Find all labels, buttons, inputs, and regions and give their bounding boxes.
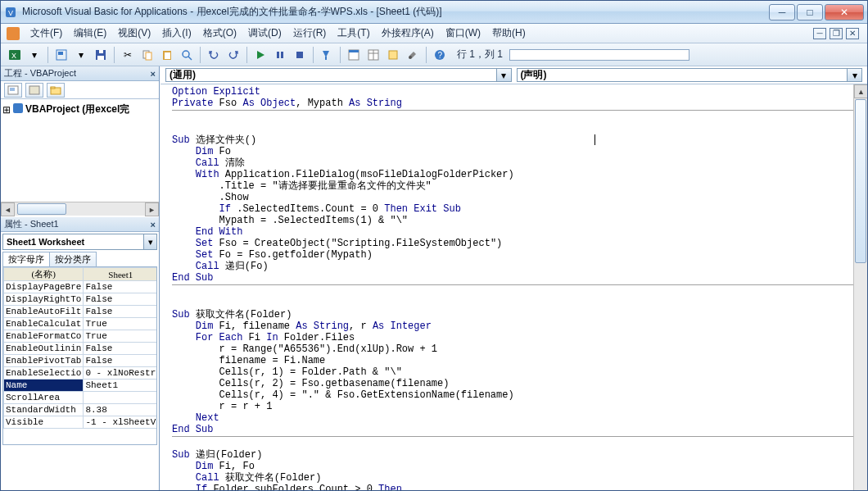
insert-module-icon[interactable] — [52, 46, 70, 64]
property-row[interactable]: EnableAutoFiltFalse — [4, 306, 158, 318]
cursor-position-label: 行 1，列 1 — [457, 48, 503, 61]
cut-icon[interactable]: ✂ — [119, 46, 137, 64]
tab-categorized[interactable]: 按分类序 — [49, 252, 97, 266]
toggle-folders-button[interactable] — [47, 83, 65, 98]
menu-insert[interactable]: 插入(I) — [157, 25, 196, 42]
menu-addins[interactable]: 外接程序(A) — [377, 25, 439, 42]
property-row[interactable]: ScrollArea — [4, 392, 158, 404]
procedure-combo[interactable]: (声明) ▾ — [517, 68, 863, 82]
properties-pane-close-button[interactable]: × — [151, 220, 156, 230]
menu-help[interactable]: 帮助(H) — [487, 25, 531, 42]
svg-line-15 — [188, 57, 192, 60]
property-grid[interactable]: (名称)Sheet1DisplayPageBreFalseDisplayRigh… — [2, 266, 157, 445]
break-icon[interactable] — [271, 46, 289, 64]
menu-format[interactable]: 格式(O) — [198, 25, 242, 42]
project-hscrollbar[interactable]: ◄ ► — [1, 202, 159, 216]
scroll-up-button[interactable]: ▲ — [854, 84, 868, 98]
svg-rect-9 — [99, 50, 103, 53]
help-icon[interactable]: ? — [431, 46, 449, 64]
property-row[interactable]: EnableCalculatTrue — [4, 318, 158, 330]
svg-rect-34 — [29, 86, 39, 94]
property-row[interactable]: EnableOutlininFalse — [4, 343, 158, 355]
menu-tools[interactable]: 工具(T) — [332, 25, 374, 42]
svg-rect-23 — [349, 50, 359, 52]
dropdown2-icon[interactable]: ▾ — [72, 46, 90, 64]
object-selector[interactable]: Sheet1 Worksheet ▾ — [2, 234, 157, 250]
property-row[interactable]: StandardWidth8.38 — [4, 404, 158, 416]
svg-rect-8 — [97, 56, 104, 60]
combo-arrow-icon[interactable]: ▾ — [847, 69, 861, 81]
property-row[interactable]: DisplayPageBreFalse — [4, 281, 158, 293]
menu-run[interactable]: 运行(R) — [288, 25, 332, 42]
vba-project-icon — [12, 102, 24, 116]
project-explorer-icon[interactable] — [345, 46, 363, 64]
view-object-button[interactable] — [25, 83, 43, 98]
object-browser-icon[interactable] — [384, 46, 402, 64]
menu-view[interactable]: 视图(V) — [113, 25, 156, 42]
property-row[interactable]: EnableFormatCoTrue — [4, 330, 158, 343]
object-combo[interactable]: (通用) ▾ — [165, 68, 512, 82]
undo-icon[interactable] — [205, 46, 223, 64]
svg-rect-2 — [7, 27, 20, 40]
minimize-button[interactable]: ─ — [769, 4, 795, 20]
project-pane-label: 工程 - VBAProject — [4, 67, 76, 80]
vba-icon — [6, 26, 20, 41]
design-mode-icon[interactable] — [318, 46, 336, 64]
maximize-button[interactable]: □ — [797, 4, 823, 20]
project-pane-close-button[interactable]: × — [151, 69, 156, 79]
reset-icon[interactable] — [291, 46, 309, 64]
menu-debug[interactable]: 调试(D) — [243, 25, 287, 42]
svg-point-14 — [183, 51, 189, 57]
find-icon[interactable] — [178, 46, 196, 64]
save-icon[interactable] — [92, 46, 110, 64]
svg-rect-11 — [146, 52, 151, 60]
object-selector-label: Sheet1 Worksheet — [7, 237, 84, 247]
project-root-label[interactable]: VBAProject (用excel完 — [25, 102, 129, 116]
svg-rect-27 — [389, 51, 397, 59]
mdi-close-button[interactable]: ✕ — [846, 28, 859, 39]
window-title: Microsoft Visual Basic for Applications … — [22, 5, 442, 19]
svg-text:?: ? — [438, 51, 443, 60]
copy-icon[interactable] — [138, 46, 156, 64]
tab-alphabetic[interactable]: 按字母序 — [2, 252, 50, 266]
paste-icon[interactable] — [158, 46, 176, 64]
property-row[interactable]: Visible-1 - xlSheetV — [4, 416, 158, 429]
tree-expand-icon[interactable]: ⊞ — [2, 104, 11, 116]
redo-icon[interactable] — [224, 46, 242, 64]
svg-rect-13 — [165, 52, 170, 59]
run-icon[interactable] — [251, 46, 269, 64]
object-combo-label: (通用) — [170, 68, 196, 82]
svg-rect-21 — [325, 57, 327, 60]
dropdown-arrow-icon[interactable]: ▾ — [143, 234, 156, 249]
property-row[interactable]: EnableSelectio0 - xlNoRestr — [4, 367, 158, 380]
dropdown-icon[interactable]: ▾ — [25, 46, 43, 64]
scroll-thumb[interactable] — [17, 203, 66, 215]
menu-window[interactable]: 窗口(W) — [441, 25, 486, 42]
app-icon: V — [4, 6, 17, 19]
project-tree[interactable]: ⊞ VBAProject (用excel完 — [1, 99, 159, 202]
mdi-minimize-button[interactable]: ─ — [813, 28, 826, 39]
toolbox-icon[interactable] — [404, 46, 422, 64]
scroll-right-button[interactable]: ► — [145, 202, 159, 216]
view-code-button[interactable] — [4, 83, 22, 98]
toolbar: X ▾ ▾ ✂ ? 行 1，列 1 — [1, 43, 867, 66]
view-excel-icon[interactable]: X — [6, 46, 24, 64]
editor-vscrollbar[interactable]: ▲ ▼ — [853, 84, 867, 491]
menu-edit[interactable]: 编辑(E) — [69, 25, 111, 42]
mdi-restore-button[interactable]: ❐ — [830, 28, 843, 39]
progress-bar — [509, 49, 689, 61]
properties-icon[interactable] — [364, 46, 382, 64]
property-row[interactable]: DisplayRightToFalse — [4, 293, 158, 306]
combo-arrow-icon[interactable]: ▾ — [496, 69, 511, 81]
code-editor[interactable]: Option Explicit Private Fso As Object, M… — [160, 84, 853, 491]
menu-file[interactable]: 文件(F) — [25, 25, 67, 42]
vscroll-thumb[interactable] — [855, 99, 866, 263]
properties-pane-title: 属性 - Sheet1 × — [1, 217, 159, 232]
scroll-left-button[interactable]: ◄ — [1, 202, 15, 216]
properties-pane-label: 属性 - Sheet1 — [4, 218, 59, 230]
svg-rect-18 — [281, 52, 283, 58]
svg-rect-6 — [58, 52, 63, 55]
property-row[interactable]: NameSheet1 — [4, 380, 158, 392]
close-button[interactable]: ✕ — [825, 4, 864, 20]
property-row[interactable]: EnablePivotTabFalse — [4, 355, 158, 367]
